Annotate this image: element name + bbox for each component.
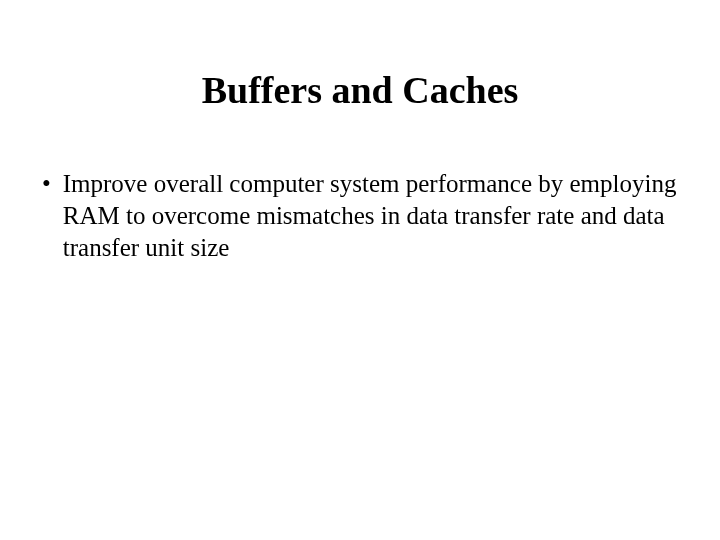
slide-title: Buffers and Caches	[0, 68, 720, 112]
bullet-marker: •	[42, 168, 51, 200]
bullet-text: Improve overall computer system performa…	[63, 168, 680, 264]
slide-content: • Improve overall computer system perfor…	[0, 168, 720, 264]
slide: Buffers and Caches • Improve overall com…	[0, 68, 720, 540]
bullet-item: • Improve overall computer system perfor…	[42, 168, 680, 264]
